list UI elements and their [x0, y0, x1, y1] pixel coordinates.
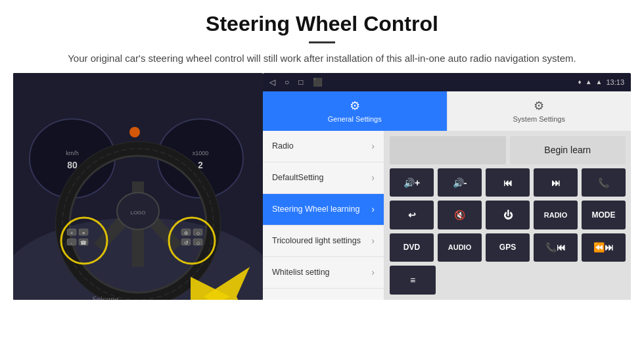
power-button[interactable]: ⏻: [486, 201, 530, 229]
mute-button[interactable]: 🔇: [438, 201, 482, 229]
chevron-icon: ›: [371, 141, 375, 151]
vol-down-button[interactable]: 🔊-: [438, 168, 482, 197]
home-icon[interactable]: ○: [285, 78, 289, 87]
mode-button[interactable]: MODE: [582, 201, 626, 229]
prev-button[interactable]: ⏮: [486, 168, 530, 197]
menu-button[interactable]: ≡: [390, 266, 436, 294]
menu-item-radio[interactable]: Radio ›: [263, 131, 384, 162]
audio-button[interactable]: AUDIO: [438, 233, 482, 262]
clock: 13:13: [606, 78, 624, 86]
menu-item-tricoloured[interactable]: Tricoloured light settings ›: [263, 226, 384, 257]
back-icon[interactable]: ◁: [269, 78, 275, 87]
svg-text:☎: ☎: [80, 240, 87, 246]
menu-item-steering[interactable]: Steering Wheel learning ›: [263, 194, 384, 226]
screen-icon[interactable]: ⬛: [313, 78, 323, 87]
head-unit: ◁ ○ □ ⬛ ♦ ▲ ▲ 13:13 ⚙ General Settings: [263, 73, 631, 300]
right-panel: Begin learn 🔊+ 🔊- ⏮ ⏭ 📞 ↩ 🔇 ⏻: [384, 131, 631, 300]
call-prev-button[interactable]: 📞⏮: [534, 233, 578, 262]
svg-text:80: 80: [67, 160, 78, 170]
menu-item-whitelist[interactable]: Whitelist setting ›: [263, 257, 384, 289]
input-display: [390, 136, 506, 164]
control-row-1: 🔊+ 🔊- ⏮ ⏭ 📞: [390, 168, 626, 197]
svg-text:↺: ↺: [184, 240, 189, 246]
radio-button[interactable]: RADIO: [534, 201, 578, 229]
chevron-icon: ›: [371, 235, 375, 246]
svg-text:⚙: ⚙: [184, 231, 188, 235]
call-button[interactable]: 📞: [582, 168, 626, 197]
tab-bar: ⚙ General Settings ⚙ System Settings: [263, 91, 631, 131]
content-area: km/h 80 x1000 2: [0, 73, 644, 306]
top-row: Begin learn: [390, 136, 626, 164]
control-row-2: ↩ 🔇 ⏻ RADIO MODE: [390, 201, 626, 229]
wifi-icon: ▲: [586, 78, 592, 85]
back-call-button[interactable]: ↩: [390, 201, 434, 229]
status-bar-nav: ◁ ○ □ ⬛: [269, 78, 323, 87]
svg-text:LOGO: LOGO: [130, 210, 145, 216]
status-bar: ◁ ○ □ ⬛ ♦ ▲ ▲ 13:13: [263, 73, 631, 91]
chevron-icon: ›: [371, 204, 375, 214]
location-icon: ♦: [578, 78, 582, 85]
svg-text:≡: ≡: [82, 231, 85, 235]
svg-text:Seicane: Seicane: [92, 294, 119, 300]
title-divider: [309, 41, 335, 43]
gps-button[interactable]: GPS: [486, 233, 530, 262]
page: Steering Wheel Control Your original car…: [0, 0, 644, 306]
menu-item-default[interactable]: DefaultSetting ›: [263, 162, 384, 194]
main-content: Radio › DefaultSetting › Steering Wheel …: [263, 131, 631, 300]
page-header: Steering Wheel Control Your original car…: [0, 0, 644, 73]
svg-point-8: [129, 127, 140, 137]
chevron-icon: ›: [371, 172, 375, 183]
menu-list: Radio › DefaultSetting › Steering Wheel …: [263, 131, 384, 300]
page-title: Steering Wheel Control: [13, 12, 631, 36]
begin-learn-button[interactable]: Begin learn: [510, 136, 626, 164]
seek-button[interactable]: ⏪⏭: [582, 233, 626, 262]
control-row-4: ≡: [390, 266, 626, 294]
svg-text:x1000: x1000: [193, 150, 209, 156]
system-settings-icon: ⚙: [534, 99, 544, 113]
tab-general[interactable]: ⚙ General Settings: [263, 91, 447, 131]
steering-wheel-image: km/h 80 x1000 2: [13, 73, 263, 300]
chevron-icon: ›: [371, 267, 375, 277]
recents-icon[interactable]: □: [298, 78, 303, 87]
svg-text:km/h: km/h: [66, 150, 79, 156]
control-row-3: DVD AUDIO GPS 📞⏮ ⏪⏭: [390, 233, 626, 262]
tab-system[interactable]: ⚙ System Settings: [447, 91, 632, 131]
page-subtitle: Your original car's steering wheel contr…: [66, 51, 578, 66]
dvd-button[interactable]: DVD: [390, 233, 434, 262]
general-settings-icon: ⚙: [350, 99, 360, 113]
vol-up-button[interactable]: 🔊+: [390, 168, 434, 197]
svg-text:+: +: [70, 231, 73, 235]
status-bar-info: ♦ ▲ ▲ 13:13: [578, 78, 624, 86]
signal-icon: ▲: [596, 78, 603, 85]
next-button[interactable]: ⏭: [534, 168, 578, 197]
